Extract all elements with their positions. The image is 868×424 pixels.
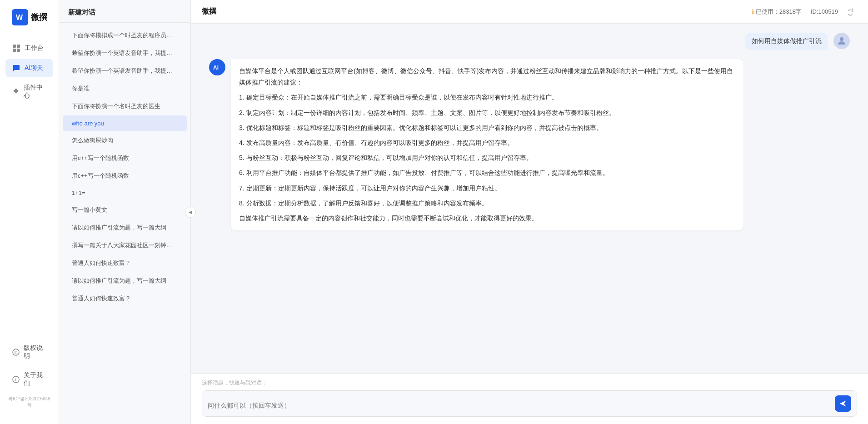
sidebar-item-8[interactable]: 用c++写一个随机函数 bbox=[63, 150, 187, 167]
ai-para-6: 6. 利用平台推广功能：自媒体平台都提供了推广功能，如广告投放、付费推广等，可以… bbox=[239, 167, 735, 179]
app-logo: W 微撰 bbox=[7, 9, 52, 25]
sidebar-item-5[interactable]: 下面你将扮演一个名叫圣友的医生 bbox=[63, 98, 187, 115]
left-navigation: W 微撰 工作台 AI聊天 插件中心 © 版 bbox=[0, 0, 59, 424]
main-header: 微撰 ℹ 已使用：28318字 ID:100519 bbox=[191, 0, 868, 24]
sidebar-item-14[interactable]: 普通人如何快速致富？ bbox=[63, 254, 187, 272]
ai-para-8: 8. 分析数据：定期分析数据，了解用户反馈和喜好，以便调整推广策略和内容发布频率… bbox=[239, 198, 735, 209]
sidebar-header: 新建对话 bbox=[59, 0, 190, 23]
nav-label-plugins: 插件中心 bbox=[24, 84, 47, 100]
nav-label-copyright: 版权说明 bbox=[24, 344, 47, 360]
ai-avatar: AI bbox=[209, 59, 225, 75]
sidebar-item-11[interactable]: 写一篇小黄文 bbox=[63, 201, 187, 219]
chat-input[interactable] bbox=[208, 401, 830, 412]
sidebar-item-9[interactable]: 用c++写一个随机函数 bbox=[63, 167, 187, 185]
svg-text:AI: AI bbox=[213, 65, 219, 71]
ai-para-3: 3. 优化标题和标签：标题和标签是吸引粉丝的重要因素。优化标题和标签可以让更多的… bbox=[239, 122, 735, 134]
ai-para-0: 自媒体平台是个人或团队通过互联网平台(如博客、微博、微信公众号、抖音、快手等)发… bbox=[239, 65, 735, 88]
nav-label-ai-chat: AI聊天 bbox=[25, 64, 43, 72]
new-chat-label: 新建对话 bbox=[68, 8, 95, 16]
sidebar-item-13[interactable]: 撰写一篇关于八大家花园社区一刻钟便民生... bbox=[63, 237, 187, 254]
power-button[interactable] bbox=[847, 7, 857, 17]
nav-item-ai-chat[interactable]: AI聊天 bbox=[5, 59, 53, 77]
ai-message: AI 自媒体平台是个人或团队通过互联网平台(如博客、微博、微信公众号、抖音、快手… bbox=[209, 59, 850, 230]
nav-label-about: 关于我们 bbox=[24, 371, 47, 388]
sidebar-item-16[interactable]: 普通人如何快速致富？ bbox=[63, 290, 187, 307]
nav-item-about[interactable]: i 关于我们 bbox=[5, 367, 53, 392]
user-avatar bbox=[833, 33, 850, 49]
workbench-icon bbox=[12, 44, 21, 53]
ai-message-body: 自媒体平台是个人或团队通过互联网平台(如博客、微博、微信公众号、抖音、快手等)发… bbox=[231, 59, 743, 230]
nav-item-workbench[interactable]: 工作台 bbox=[5, 39, 53, 57]
copyright-icon: © bbox=[12, 348, 20, 357]
sidebar-item-10[interactable]: 1+1= bbox=[63, 185, 187, 201]
ai-message-text: 自媒体平台是个人或团队通过互联网平台(如博客、微博、微信公众号、抖音、快手等)发… bbox=[231, 59, 743, 230]
nav-item-plugins[interactable]: 插件中心 bbox=[5, 79, 53, 105]
about-icon: i bbox=[12, 375, 20, 384]
quick-prompts-label: 选择话题，快速与我对话： bbox=[202, 379, 857, 387]
ai-para-7: 7. 定期更新：定期更新内容，保持活跃度，可以让用户对你的内容产生兴趣，增加用户… bbox=[239, 183, 735, 194]
usage-icon: ℹ bbox=[752, 8, 754, 15]
sidebar-item-6[interactable]: who are you bbox=[63, 115, 187, 131]
svg-rect-4 bbox=[17, 49, 20, 52]
plugins-icon bbox=[12, 87, 20, 96]
usage-info: ℹ 已使用：28318字 bbox=[752, 8, 802, 16]
sidebar-item-2[interactable]: 希望你扮演一个英语发音助手，我提供给你... bbox=[63, 45, 187, 62]
logo-text: 微撰 bbox=[31, 12, 47, 23]
input-area: 选择话题，快速与我对话： bbox=[191, 373, 868, 424]
sidebar-collapse-button[interactable]: ◀ bbox=[185, 207, 196, 218]
svg-text:©: © bbox=[15, 350, 18, 355]
svg-rect-1 bbox=[13, 45, 16, 48]
user-message: 如何用自媒体做推广引流 bbox=[209, 33, 850, 50]
ai-para-1: 1. 确定目标受众：在开始自媒体推广引流之前，需要明确目标受众是谁，以便在发布内… bbox=[239, 92, 735, 103]
icp-text: 粤ICP备2022015848号 bbox=[5, 394, 53, 410]
chat-area: 如何用自媒体做推广引流 AI 自媒体平台是个人或团队通过互联网平台(如博客、微博… bbox=[191, 24, 868, 373]
ai-chat-icon bbox=[12, 64, 21, 73]
usage-text: 已使用：28318字 bbox=[756, 8, 802, 16]
svg-text:i: i bbox=[15, 378, 16, 382]
input-box bbox=[202, 390, 857, 417]
sidebar-item-1[interactable]: 下面你将模拟成一个叫圣友的程序员，我说... bbox=[63, 27, 187, 44]
user-message-text: 如何用自媒体做推广引流 bbox=[745, 33, 828, 50]
sidebar-item-15[interactable]: 请以如何推广引流为题，写一篇大纲 bbox=[63, 272, 187, 289]
sidebar-item-12[interactable]: 请以如何推广引流为题，写一篇大纲 bbox=[63, 219, 187, 236]
send-button[interactable] bbox=[835, 395, 851, 412]
svg-rect-2 bbox=[17, 45, 20, 48]
svg-text:W: W bbox=[16, 14, 23, 21]
header-right: ℹ 已使用：28318字 ID:100519 bbox=[752, 7, 857, 17]
main-area: 微撰 ℹ 已使用：28318字 ID:100519 如何用自媒体做推广引流 AI bbox=[191, 0, 868, 424]
sidebar-item-3[interactable]: 希望你扮演一个英语发音助手，我提供给你... bbox=[63, 62, 187, 80]
main-title: 微撰 bbox=[202, 7, 216, 16]
sidebar-list: 下面你将模拟成一个叫圣友的程序员，我说... 希望你扮演一个英语发音助手，我提供… bbox=[59, 23, 190, 424]
nav-items: 工作台 AI聊天 插件中心 bbox=[0, 39, 59, 339]
sidebar-item-7[interactable]: 怎么做狗屎炒肉 bbox=[63, 132, 187, 149]
ai-para-2: 2. 制定内容计划：制定一份详细的内容计划，包括发布时间、频率、主题、文案、图片… bbox=[239, 107, 735, 119]
ai-para-4: 4. 发布高质量内容：发布高质量、有价值、有趣的内容可以吸引更多的粉丝，并提高用… bbox=[239, 137, 735, 149]
nav-item-copyright[interactable]: © 版权说明 bbox=[5, 339, 53, 365]
ai-para-5: 5. 与粉丝互动：积极与粉丝互动，回复评论和私信，可以增加用户对你的认可和信任，… bbox=[239, 152, 735, 164]
sidebar-item-4[interactable]: 你是谁 bbox=[63, 80, 187, 97]
svg-point-9 bbox=[840, 37, 843, 41]
nav-label-workbench: 工作台 bbox=[25, 44, 44, 52]
nav-bottom: © 版权说明 i 关于我们 粤ICP备2022015848号 bbox=[0, 339, 59, 410]
sidebar: 新建对话 下面你将模拟成一个叫圣友的程序员，我说... 希望你扮演一个英语发音助… bbox=[59, 0, 191, 424]
svg-rect-3 bbox=[13, 49, 16, 52]
user-id: ID:100519 bbox=[811, 8, 838, 15]
logo-icon: W bbox=[12, 9, 28, 25]
ai-para-9: 自媒体推广引流需要具备一定的内容创作和社交能力，同时也需要不断尝试和优化，才能取… bbox=[239, 213, 735, 224]
